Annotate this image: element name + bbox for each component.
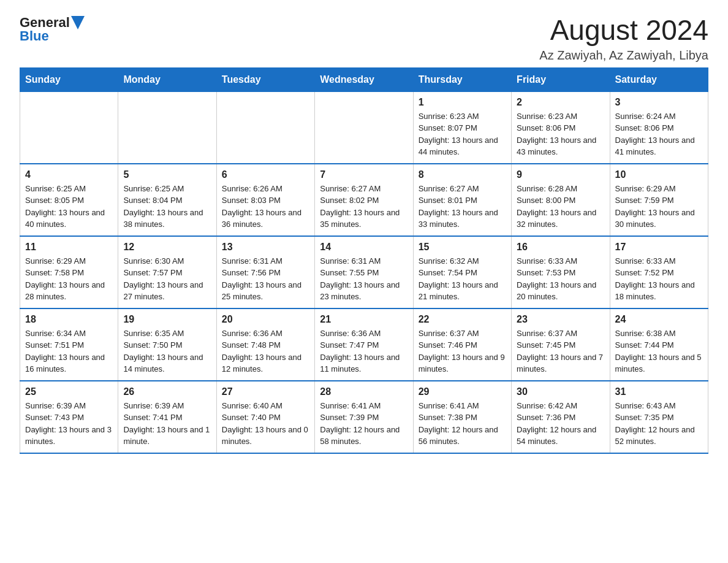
calendar-day-12: 12Sunrise: 6:30 AMSunset: 7:57 PMDayligh… (118, 236, 216, 308)
title-block: August 2024 Az Zawiyah, Az Zawiyah, Liby… (539, 15, 708, 63)
calendar-day-31: 31Sunrise: 6:43 AMSunset: 7:35 PMDayligh… (610, 381, 708, 453)
day-info: Sunrise: 6:23 AMSunset: 8:06 PMDaylight:… (517, 110, 604, 158)
calendar-week-row: 25Sunrise: 6:39 AMSunset: 7:43 PMDayligh… (20, 381, 708, 453)
day-info: Sunrise: 6:26 AMSunset: 8:03 PMDaylight:… (222, 183, 309, 231)
calendar-week-row: 1Sunrise: 6:23 AMSunset: 8:07 PMDaylight… (20, 91, 708, 164)
day-number: 26 (123, 386, 211, 397)
day-number: 29 (419, 386, 506, 397)
day-number: 20 (222, 314, 309, 325)
calendar-empty-cell (216, 91, 314, 164)
day-number: 2 (517, 97, 604, 108)
day-number: 23 (517, 314, 604, 325)
calendar-day-30: 30Sunrise: 6:42 AMSunset: 7:36 PMDayligh… (512, 381, 610, 453)
day-number: 5 (123, 169, 211, 180)
calendar-day-8: 8Sunrise: 6:27 AMSunset: 8:01 PMDaylight… (413, 164, 511, 236)
day-number: 13 (222, 242, 309, 253)
day-number: 24 (615, 314, 703, 325)
day-info: Sunrise: 6:41 AMSunset: 7:38 PMDaylight:… (419, 400, 506, 448)
day-info: Sunrise: 6:27 AMSunset: 8:01 PMDaylight:… (419, 183, 506, 231)
day-number: 7 (320, 169, 408, 180)
day-info: Sunrise: 6:43 AMSunset: 7:35 PMDaylight:… (615, 400, 703, 448)
day-info: Sunrise: 6:37 AMSunset: 7:46 PMDaylight:… (419, 327, 506, 375)
weekday-header-row: SundayMondayTuesdayWednesdayThursdayFrid… (20, 67, 708, 91)
calendar-day-14: 14Sunrise: 6:31 AMSunset: 7:55 PMDayligh… (315, 236, 413, 308)
day-info: Sunrise: 6:35 AMSunset: 7:50 PMDaylight:… (123, 327, 211, 375)
day-number: 22 (419, 314, 506, 325)
day-info: Sunrise: 6:28 AMSunset: 8:00 PMDaylight:… (517, 183, 604, 231)
day-number: 12 (123, 242, 211, 253)
calendar-day-17: 17Sunrise: 6:33 AMSunset: 7:52 PMDayligh… (610, 236, 708, 308)
day-number: 4 (25, 169, 113, 180)
day-number: 8 (419, 169, 506, 180)
day-number: 31 (615, 386, 703, 397)
calendar-day-18: 18Sunrise: 6:34 AMSunset: 7:51 PMDayligh… (20, 308, 118, 381)
day-info: Sunrise: 6:29 AMSunset: 7:58 PMDaylight:… (25, 255, 113, 303)
calendar-title: August 2024 (539, 15, 708, 46)
day-number: 1 (419, 97, 506, 108)
weekday-header-saturday: Saturday (610, 67, 708, 91)
day-info: Sunrise: 6:33 AMSunset: 7:53 PMDaylight:… (517, 255, 604, 303)
weekday-header-tuesday: Tuesday (216, 67, 314, 91)
calendar-day-7: 7Sunrise: 6:27 AMSunset: 8:02 PMDaylight… (315, 164, 413, 236)
calendar-day-20: 20Sunrise: 6:36 AMSunset: 7:48 PMDayligh… (216, 308, 314, 381)
day-info: Sunrise: 6:33 AMSunset: 7:52 PMDaylight:… (615, 255, 703, 303)
day-info: Sunrise: 6:36 AMSunset: 7:47 PMDaylight:… (320, 327, 408, 375)
calendar-empty-cell (20, 91, 118, 164)
day-info: Sunrise: 6:32 AMSunset: 7:54 PMDaylight:… (419, 255, 506, 303)
day-info: Sunrise: 6:25 AMSunset: 8:04 PMDaylight:… (123, 183, 211, 231)
day-number: 28 (320, 386, 408, 397)
day-number: 11 (25, 242, 113, 253)
weekday-header-monday: Monday (118, 67, 216, 91)
day-number: 14 (320, 242, 408, 253)
day-number: 21 (320, 314, 408, 325)
svg-marker-0 (71, 16, 85, 29)
calendar-day-22: 22Sunrise: 6:37 AMSunset: 7:46 PMDayligh… (413, 308, 511, 381)
weekday-header-sunday: Sunday (20, 67, 118, 91)
day-info: Sunrise: 6:23 AMSunset: 8:07 PMDaylight:… (419, 110, 506, 158)
day-number: 25 (25, 386, 113, 397)
calendar-day-28: 28Sunrise: 6:41 AMSunset: 7:39 PMDayligh… (315, 381, 413, 453)
day-number: 18 (25, 314, 113, 325)
logo-blue-text: Blue (20, 28, 49, 44)
calendar-day-16: 16Sunrise: 6:33 AMSunset: 7:53 PMDayligh… (512, 236, 610, 308)
calendar-week-row: 11Sunrise: 6:29 AMSunset: 7:58 PMDayligh… (20, 236, 708, 308)
day-info: Sunrise: 6:42 AMSunset: 7:36 PMDaylight:… (517, 400, 604, 448)
calendar-empty-cell (118, 91, 216, 164)
day-number: 3 (615, 97, 703, 108)
day-info: Sunrise: 6:37 AMSunset: 7:45 PMDaylight:… (517, 327, 604, 375)
day-number: 30 (517, 386, 604, 397)
calendar-header: SundayMondayTuesdayWednesdayThursdayFrid… (20, 67, 708, 91)
day-number: 27 (222, 386, 309, 397)
day-info: Sunrise: 6:31 AMSunset: 7:56 PMDaylight:… (222, 255, 309, 303)
day-info: Sunrise: 6:29 AMSunset: 7:59 PMDaylight:… (615, 183, 703, 231)
calendar-week-row: 18Sunrise: 6:34 AMSunset: 7:51 PMDayligh… (20, 308, 708, 381)
day-info: Sunrise: 6:41 AMSunset: 7:39 PMDaylight:… (320, 400, 408, 448)
day-number: 9 (517, 169, 604, 180)
day-info: Sunrise: 6:38 AMSunset: 7:44 PMDaylight:… (615, 327, 703, 375)
day-number: 10 (615, 169, 703, 180)
calendar-table: SundayMondayTuesdayWednesdayThursdayFrid… (20, 67, 708, 454)
calendar-day-19: 19Sunrise: 6:35 AMSunset: 7:50 PMDayligh… (118, 308, 216, 381)
calendar-week-row: 4Sunrise: 6:25 AMSunset: 8:05 PMDaylight… (20, 164, 708, 236)
logo-triangle-icon (71, 16, 85, 29)
day-info: Sunrise: 6:36 AMSunset: 7:48 PMDaylight:… (222, 327, 309, 375)
calendar-day-3: 3Sunrise: 6:24 AMSunset: 8:06 PMDaylight… (610, 91, 708, 164)
day-info: Sunrise: 6:39 AMSunset: 7:43 PMDaylight:… (25, 400, 113, 448)
calendar-empty-cell (315, 91, 413, 164)
day-number: 15 (419, 242, 506, 253)
day-number: 16 (517, 242, 604, 253)
calendar-day-25: 25Sunrise: 6:39 AMSunset: 7:43 PMDayligh… (20, 381, 118, 453)
page-header: General Blue August 2024 Az Zawiyah, Az … (20, 15, 708, 63)
calendar-day-10: 10Sunrise: 6:29 AMSunset: 7:59 PMDayligh… (610, 164, 708, 236)
calendar-day-21: 21Sunrise: 6:36 AMSunset: 7:47 PMDayligh… (315, 308, 413, 381)
calendar-day-1: 1Sunrise: 6:23 AMSunset: 8:07 PMDaylight… (413, 91, 511, 164)
day-number: 6 (222, 169, 309, 180)
calendar-day-29: 29Sunrise: 6:41 AMSunset: 7:38 PMDayligh… (413, 381, 511, 453)
day-number: 17 (615, 242, 703, 253)
weekday-header-wednesday: Wednesday (315, 67, 413, 91)
calendar-day-2: 2Sunrise: 6:23 AMSunset: 8:06 PMDaylight… (512, 91, 610, 164)
day-number: 19 (123, 314, 211, 325)
day-info: Sunrise: 6:40 AMSunset: 7:40 PMDaylight:… (222, 400, 309, 448)
calendar-day-13: 13Sunrise: 6:31 AMSunset: 7:56 PMDayligh… (216, 236, 314, 308)
day-info: Sunrise: 6:25 AMSunset: 8:05 PMDaylight:… (25, 183, 113, 231)
